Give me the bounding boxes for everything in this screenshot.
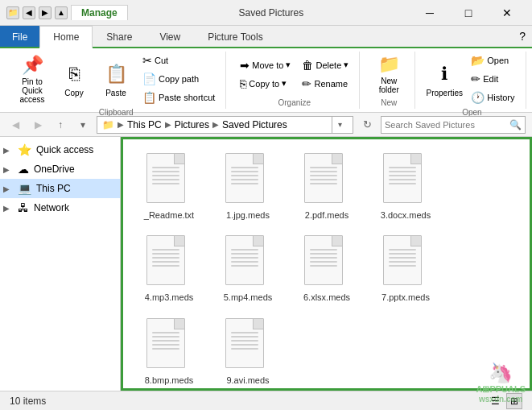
onedrive-icon: ☁ [18, 163, 29, 176]
move-icon: ➡ [240, 59, 250, 72]
file-icon [225, 318, 270, 373]
close-button[interactable]: ✕ [489, 2, 526, 24]
path-saved-pictures: Saved Pictures [222, 119, 287, 130]
organize-buttons: ➡ Move to ▾ ⎘ Copy to ▾ 🗑 Delete ▾ ✏ [236, 52, 353, 97]
copy-icon: ⎘ [61, 61, 87, 87]
file-item[interactable]: 2.pdf.meds [291, 149, 363, 225]
file-icon [304, 235, 349, 290]
file-item[interactable]: _Readme.txt [133, 149, 205, 225]
organize-label: Organize [278, 98, 311, 109]
maximize-button[interactable]: □ [450, 2, 487, 24]
copy-to-button[interactable]: ⎘ Copy to ▾ [236, 75, 295, 93]
tab-view[interactable]: View [146, 26, 194, 47]
tab-home[interactable]: Home [39, 26, 93, 48]
paste-button[interactable]: 📋 Paste [97, 56, 135, 101]
ribbon-group-organize: ➡ Move to ▾ ⎘ Copy to ▾ 🗑 Delete ▾ ✏ [229, 52, 360, 109]
file-item[interactable]: 4.mp3.meds [133, 231, 205, 307]
sidebar-item-quick-access[interactable]: ▶ ⭐ Quick access [0, 140, 120, 159]
up-btn-title[interactable]: ▲ [55, 6, 68, 19]
network-label: Network [34, 202, 69, 213]
path-separator-1: ▶ [118, 120, 124, 129]
cut-button[interactable]: ✂ Cut [138, 52, 219, 69]
search-input[interactable] [385, 120, 506, 130]
file-page-icon [304, 153, 343, 203]
large-icon-view-button[interactable]: ⊞ [506, 393, 522, 409]
history-button[interactable]: 🕐 History [467, 89, 518, 106]
pin-icon: 📌 [19, 55, 45, 76]
tab-picture-tools[interactable]: Picture Tools [194, 26, 276, 47]
path-dropdown-button[interactable]: ▾ [332, 116, 348, 134]
address-bar: ◀ ▶ ↑ ▾ 📁 ▶ This PC ▶ Pictures ▶ Saved P… [0, 113, 532, 137]
file-item[interactable]: 3.docx.meds [369, 149, 442, 225]
new-folder-label: New folder [372, 77, 406, 94]
file-page-icon [225, 153, 264, 203]
tab-share[interactable]: Share [93, 26, 146, 47]
search-box[interactable]: 🔍 [381, 116, 526, 134]
back-button[interactable]: ◀ [6, 116, 24, 134]
sidebar-item-onedrive[interactable]: ▶ ☁ OneDrive [0, 159, 120, 179]
file-item[interactable]: 1.jpg.meds [212, 149, 284, 225]
file-item[interactable]: 7.pptx.meds [369, 231, 442, 307]
file-item[interactable]: 6.xlsx.meds [291, 231, 363, 307]
file-name: 1.jpg.meds [226, 209, 270, 221]
this-pc-label: This PC [36, 183, 71, 194]
move-to-button[interactable]: ➡ Move to ▾ [236, 56, 295, 74]
edit-icon: ✏ [471, 72, 480, 85]
onedrive-label: OneDrive [34, 164, 75, 175]
delete-button[interactable]: 🗑 Delete ▾ [298, 56, 353, 74]
file-name: 4.mp3.meds [145, 292, 194, 303]
file-item[interactable]: 8.bmp.meds [133, 314, 205, 390]
quick-access-btn[interactable]: 📁 [6, 6, 19, 19]
ribbon-group-new: 📁 New folder New [363, 52, 415, 109]
network-chevron: ▶ [3, 204, 13, 213]
file-icon [225, 153, 270, 208]
ribbon: 📌 Pin to Quick access ⎘ Copy 📋 Paste ✂ C… [0, 48, 532, 113]
file-icon [383, 153, 428, 208]
paste-shortcut-button[interactable]: 📋 Paste shortcut [138, 89, 219, 106]
title-bar: 📁 ◀ ▶ ▲ Manage Saved Pictures ─ □ ✕ [0, 0, 532, 26]
forward-btn-title[interactable]: ▶ [39, 6, 52, 19]
pin-to-quick-access-button[interactable]: 📌 Pin to Quick access [13, 56, 52, 101]
recent-button[interactable]: ▾ [74, 116, 92, 134]
copy-path-button[interactable]: 📄 Copy path [138, 70, 219, 88]
ribbon-group-select: ☑ Select all ☐ Select none ⇄ Invert sele… [530, 52, 533, 109]
pin-label: Pin to Quick access [15, 77, 49, 104]
help-icon[interactable]: ? [519, 26, 532, 47]
file-item[interactable]: 9.avi.meds [212, 314, 284, 390]
copy-label: Copy [64, 89, 83, 97]
this-pc-icon: 💻 [18, 182, 31, 195]
sidebar-item-network[interactable]: ▶ 🖧 Network [0, 198, 120, 217]
edit-button[interactable]: ✏ Edit [467, 70, 518, 88]
refresh-button[interactable]: ↻ [358, 116, 376, 134]
properties-button[interactable]: ℹ Properties [425, 56, 464, 101]
paste-icon: 📋 [103, 61, 129, 87]
file-page-icon [225, 318, 264, 368]
open-icon: 📂 [471, 54, 485, 67]
copy-button[interactable]: ⎘ Copy [55, 56, 93, 101]
properties-label: Properties [426, 89, 463, 97]
details-view-button[interactable]: ☰ [487, 393, 503, 409]
file-icon [383, 235, 428, 290]
clipboard-small-buttons: ✂ Cut 📄 Copy path 📋 Paste shortcut [138, 52, 219, 106]
this-pc-chevron: ▶ [3, 184, 13, 193]
tab-file[interactable]: File [0, 26, 39, 47]
new-buttons: 📁 New folder [369, 52, 408, 97]
quick-access-label: Quick access [36, 144, 93, 155]
manage-tab[interactable]: Manage [71, 5, 128, 20]
rename-button[interactable]: ✏ Rename [298, 75, 353, 93]
back-btn-title[interactable]: ◀ [23, 6, 35, 19]
cut-icon: ✂ [142, 54, 152, 67]
clipboard-buttons: 📌 Pin to Quick access ⎘ Copy 📋 Paste ✂ C… [13, 52, 219, 106]
file-item[interactable]: 5.mp4.meds [212, 231, 284, 307]
address-path[interactable]: 📁 ▶ This PC ▶ Pictures ▶ Saved Pictures … [97, 116, 353, 134]
history-label: History [487, 93, 514, 102]
up-button[interactable]: ↑ [52, 116, 69, 134]
new-folder-icon: 📁 [376, 54, 402, 75]
open-button[interactable]: 📂 Open [467, 52, 518, 69]
sidebar-item-this-pc[interactable]: ▶ 💻 This PC [0, 179, 120, 198]
copy-path-icon: 📄 [142, 72, 156, 85]
forward-button[interactable]: ▶ [29, 116, 47, 134]
move-label: Move to [252, 60, 283, 70]
new-folder-button[interactable]: 📁 New folder [369, 52, 408, 97]
minimize-button[interactable]: ─ [411, 2, 448, 24]
